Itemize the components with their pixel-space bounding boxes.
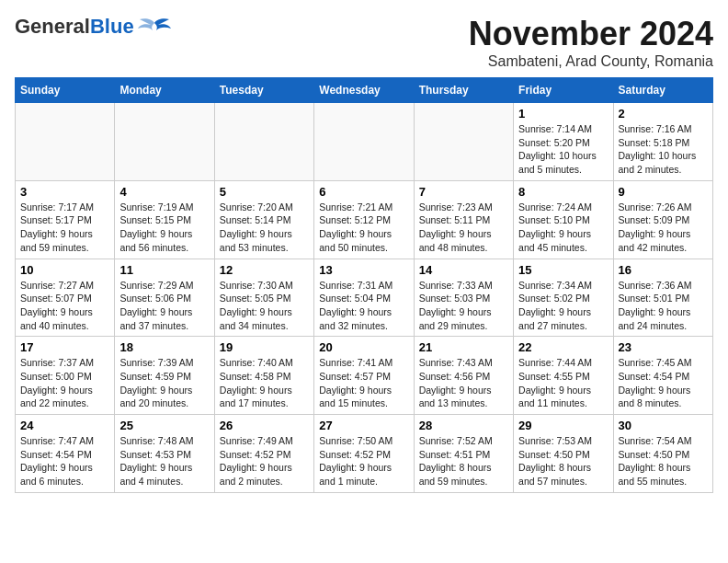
calendar-cell: 24Sunrise: 7:47 AM Sunset: 4:54 PM Dayli… [16,415,115,493]
day-number: 11 [119,263,209,277]
calendar-cell [16,103,115,181]
calendar-cell: 25Sunrise: 7:48 AM Sunset: 4:53 PM Dayli… [115,415,214,493]
day-number: 23 [619,340,708,354]
day-info: Sunrise: 7:16 AM Sunset: 5:18 PM Dayligh… [619,122,708,177]
calendar-cell: 5Sunrise: 7:20 AM Sunset: 5:14 PM Daylig… [214,180,313,259]
day-info: Sunrise: 7:33 AM Sunset: 5:03 PM Dayligh… [419,279,508,333]
weekday-header: Sunday [16,78,115,103]
calendar-cell: 7Sunrise: 7:23 AM Sunset: 5:11 PM Daylig… [414,180,513,259]
day-number: 14 [419,263,508,277]
header: GeneralBlue November 2024 Sambateni, Ara… [15,15,713,70]
day-info: Sunrise: 7:45 AM Sunset: 4:54 PM Dayligh… [619,356,708,410]
day-number: 30 [619,419,708,432]
day-info: Sunrise: 7:54 AM Sunset: 4:50 PM Dayligh… [619,434,708,488]
day-info: Sunrise: 7:24 AM Sunset: 5:10 PM Dayligh… [518,201,608,255]
calendar-cell: 30Sunrise: 7:54 AM Sunset: 4:50 PM Dayli… [613,415,712,493]
calendar-cell [214,103,313,181]
calendar-cell: 13Sunrise: 7:31 AM Sunset: 5:04 PM Dayli… [314,259,414,337]
weekday-header-row: SundayMondayTuesdayWednesdayThursdayFrid… [16,78,713,103]
calendar-cell: 19Sunrise: 7:40 AM Sunset: 4:58 PM Dayli… [214,337,313,415]
calendar-cell: 6Sunrise: 7:21 AM Sunset: 5:12 PM Daylig… [314,180,414,259]
calendar-week-row: 24Sunrise: 7:47 AM Sunset: 4:54 PM Dayli… [16,415,713,493]
day-info: Sunrise: 7:17 AM Sunset: 5:17 PM Dayligh… [20,201,109,255]
day-info: Sunrise: 7:41 AM Sunset: 4:57 PM Dayligh… [319,356,408,410]
day-number: 27 [319,419,408,432]
day-number: 12 [220,263,309,277]
day-number: 16 [619,263,708,277]
weekday-header: Monday [115,78,214,103]
weekday-header: Friday [514,78,613,103]
day-info: Sunrise: 7:39 AM Sunset: 4:59 PM Dayligh… [119,356,209,410]
calendar-cell: 27Sunrise: 7:50 AM Sunset: 4:52 PM Dayli… [314,415,414,493]
calendar-cell: 12Sunrise: 7:30 AM Sunset: 5:05 PM Dayli… [214,259,313,337]
calendar-week-row: 1Sunrise: 7:14 AM Sunset: 5:20 PM Daylig… [16,103,713,181]
calendar-cell: 16Sunrise: 7:36 AM Sunset: 5:01 PM Dayli… [613,259,712,337]
day-number: 20 [319,340,408,354]
weekday-header: Wednesday [314,78,414,103]
day-number: 3 [20,185,109,199]
day-info: Sunrise: 7:47 AM Sunset: 4:54 PM Dayligh… [20,434,109,488]
day-number: 26 [220,419,309,432]
calendar-week-row: 10Sunrise: 7:27 AM Sunset: 5:07 PM Dayli… [16,259,713,337]
day-info: Sunrise: 7:31 AM Sunset: 5:04 PM Dayligh… [319,279,408,333]
day-number: 15 [518,263,608,277]
day-info: Sunrise: 7:40 AM Sunset: 4:58 PM Dayligh… [220,356,309,410]
day-info: Sunrise: 7:36 AM Sunset: 5:01 PM Dayligh… [619,279,708,333]
day-number: 10 [20,263,109,277]
day-number: 8 [518,185,608,199]
day-number: 7 [419,185,508,199]
calendar-cell [314,103,414,181]
day-info: Sunrise: 7:43 AM Sunset: 4:56 PM Dayligh… [419,356,508,410]
day-number: 22 [518,340,608,354]
calendar-cell: 29Sunrise: 7:53 AM Sunset: 4:50 PM Dayli… [514,415,613,493]
day-info: Sunrise: 7:44 AM Sunset: 4:55 PM Dayligh… [518,356,608,410]
weekday-header: Saturday [613,78,712,103]
day-number: 17 [20,340,109,354]
calendar-cell: 11Sunrise: 7:29 AM Sunset: 5:06 PM Dayli… [115,259,214,337]
calendar-cell: 9Sunrise: 7:26 AM Sunset: 5:09 PM Daylig… [613,180,712,259]
calendar-week-row: 17Sunrise: 7:37 AM Sunset: 5:00 PM Dayli… [16,337,713,415]
location-title: Sambateni, Arad County, Romania [469,53,713,70]
day-number: 2 [619,107,708,121]
day-info: Sunrise: 7:27 AM Sunset: 5:07 PM Dayligh… [20,279,109,333]
day-info: Sunrise: 7:29 AM Sunset: 5:06 PM Dayligh… [119,279,209,333]
weekday-header: Tuesday [214,78,313,103]
day-info: Sunrise: 7:48 AM Sunset: 4:53 PM Dayligh… [119,434,209,488]
calendar-week-row: 3Sunrise: 7:17 AM Sunset: 5:17 PM Daylig… [16,180,713,259]
calendar-cell: 14Sunrise: 7:33 AM Sunset: 5:03 PM Dayli… [414,259,513,337]
weekday-header: Thursday [414,78,513,103]
calendar-cell: 10Sunrise: 7:27 AM Sunset: 5:07 PM Dayli… [16,259,115,337]
day-info: Sunrise: 7:34 AM Sunset: 5:02 PM Dayligh… [518,279,608,333]
calendar-cell: 4Sunrise: 7:19 AM Sunset: 5:15 PM Daylig… [115,180,214,259]
calendar-cell: 1Sunrise: 7:14 AM Sunset: 5:20 PM Daylig… [514,103,613,181]
calendar-cell: 23Sunrise: 7:45 AM Sunset: 4:54 PM Dayli… [613,337,712,415]
day-number: 19 [220,340,309,354]
calendar-cell: 26Sunrise: 7:49 AM Sunset: 4:52 PM Dayli… [214,415,313,493]
day-info: Sunrise: 7:23 AM Sunset: 5:11 PM Dayligh… [419,201,508,255]
calendar-cell: 21Sunrise: 7:43 AM Sunset: 4:56 PM Dayli… [414,337,513,415]
day-number: 6 [319,185,408,199]
day-info: Sunrise: 7:37 AM Sunset: 5:00 PM Dayligh… [20,356,109,410]
day-info: Sunrise: 7:26 AM Sunset: 5:09 PM Dayligh… [619,201,708,255]
day-number: 28 [419,419,508,432]
day-info: Sunrise: 7:30 AM Sunset: 5:05 PM Dayligh… [220,279,309,333]
day-info: Sunrise: 7:49 AM Sunset: 4:52 PM Dayligh… [220,434,309,488]
day-number: 13 [319,263,408,277]
day-info: Sunrise: 7:53 AM Sunset: 4:50 PM Dayligh… [518,434,608,488]
day-number: 29 [518,419,608,432]
day-number: 18 [119,340,209,354]
day-number: 1 [518,107,608,121]
day-number: 25 [119,419,209,432]
logo-bird-icon [138,16,171,38]
day-info: Sunrise: 7:14 AM Sunset: 5:20 PM Dayligh… [518,122,608,177]
day-number: 24 [20,419,109,432]
calendar-cell: 3Sunrise: 7:17 AM Sunset: 5:17 PM Daylig… [16,180,115,259]
title-area: November 2024 Sambateni, Arad County, Ro… [469,15,713,70]
day-info: Sunrise: 7:20 AM Sunset: 5:14 PM Dayligh… [220,201,309,255]
logo-text: GeneralBlue [15,15,134,39]
calendar-cell: 20Sunrise: 7:41 AM Sunset: 4:57 PM Dayli… [314,337,414,415]
calendar-cell: 8Sunrise: 7:24 AM Sunset: 5:10 PM Daylig… [514,180,613,259]
calendar-cell: 28Sunrise: 7:52 AM Sunset: 4:51 PM Dayli… [414,415,513,493]
calendar-cell: 22Sunrise: 7:44 AM Sunset: 4:55 PM Dayli… [514,337,613,415]
calendar: SundayMondayTuesdayWednesdayThursdayFrid… [15,77,713,493]
